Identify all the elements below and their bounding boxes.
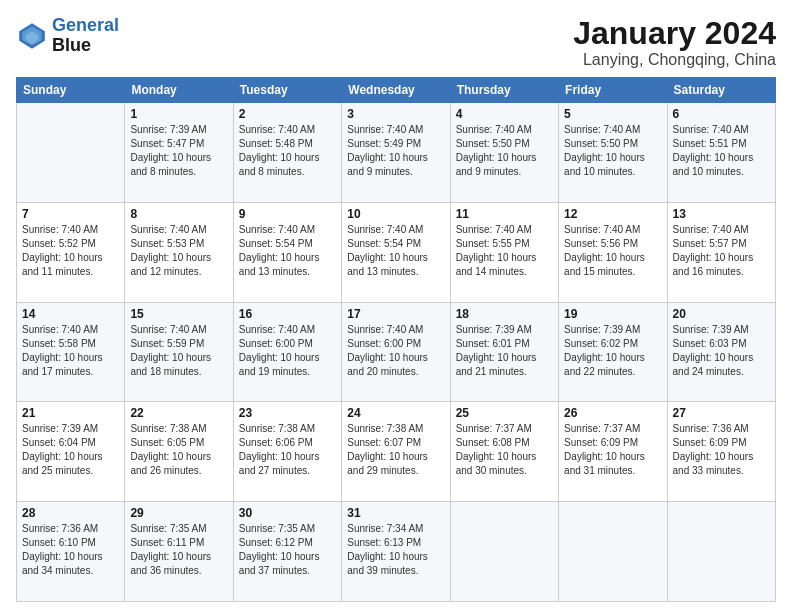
calendar-day-cell: 5Sunrise: 7:40 AMSunset: 5:50 PMDaylight… — [559, 103, 667, 203]
day-info: Sunrise: 7:34 AMSunset: 6:13 PMDaylight:… — [347, 522, 444, 578]
calendar-day-cell: 25Sunrise: 7:37 AMSunset: 6:08 PMDayligh… — [450, 402, 558, 502]
day-number: 25 — [456, 406, 553, 420]
logo-icon — [16, 20, 48, 52]
day-info: Sunrise: 7:38 AMSunset: 6:06 PMDaylight:… — [239, 422, 336, 478]
day-number: 28 — [22, 506, 119, 520]
day-info: Sunrise: 7:37 AMSunset: 6:09 PMDaylight:… — [564, 422, 661, 478]
day-info: Sunrise: 7:40 AMSunset: 6:00 PMDaylight:… — [239, 323, 336, 379]
calendar-day-cell — [559, 502, 667, 602]
day-info: Sunrise: 7:40 AMSunset: 5:54 PMDaylight:… — [239, 223, 336, 279]
day-info: Sunrise: 7:40 AMSunset: 5:57 PMDaylight:… — [673, 223, 770, 279]
day-info: Sunrise: 7:40 AMSunset: 5:49 PMDaylight:… — [347, 123, 444, 179]
calendar-day-cell: 1Sunrise: 7:39 AMSunset: 5:47 PMDaylight… — [125, 103, 233, 203]
day-number: 18 — [456, 307, 553, 321]
day-info: Sunrise: 7:40 AMSunset: 5:58 PMDaylight:… — [22, 323, 119, 379]
weekday-header-cell: Tuesday — [233, 78, 341, 103]
day-number: 2 — [239, 107, 336, 121]
calendar-day-cell: 28Sunrise: 7:36 AMSunset: 6:10 PMDayligh… — [17, 502, 125, 602]
day-info: Sunrise: 7:39 AMSunset: 6:03 PMDaylight:… — [673, 323, 770, 379]
weekday-header-cell: Wednesday — [342, 78, 450, 103]
weekday-header-cell: Sunday — [17, 78, 125, 103]
day-info: Sunrise: 7:40 AMSunset: 5:52 PMDaylight:… — [22, 223, 119, 279]
calendar-day-cell: 14Sunrise: 7:40 AMSunset: 5:58 PMDayligh… — [17, 302, 125, 402]
day-number: 10 — [347, 207, 444, 221]
calendar-day-cell: 8Sunrise: 7:40 AMSunset: 5:53 PMDaylight… — [125, 202, 233, 302]
calendar-day-cell: 26Sunrise: 7:37 AMSunset: 6:09 PMDayligh… — [559, 402, 667, 502]
calendar-week-row: 7Sunrise: 7:40 AMSunset: 5:52 PMDaylight… — [17, 202, 776, 302]
day-number: 12 — [564, 207, 661, 221]
calendar-day-cell: 9Sunrise: 7:40 AMSunset: 5:54 PMDaylight… — [233, 202, 341, 302]
day-number: 6 — [673, 107, 770, 121]
calendar-day-cell: 4Sunrise: 7:40 AMSunset: 5:50 PMDaylight… — [450, 103, 558, 203]
calendar-day-cell — [667, 502, 775, 602]
day-number: 4 — [456, 107, 553, 121]
calendar-day-cell: 10Sunrise: 7:40 AMSunset: 5:54 PMDayligh… — [342, 202, 450, 302]
calendar-week-row: 21Sunrise: 7:39 AMSunset: 6:04 PMDayligh… — [17, 402, 776, 502]
day-number: 13 — [673, 207, 770, 221]
calendar-day-cell: 20Sunrise: 7:39 AMSunset: 6:03 PMDayligh… — [667, 302, 775, 402]
day-number: 8 — [130, 207, 227, 221]
calendar-day-cell: 24Sunrise: 7:38 AMSunset: 6:07 PMDayligh… — [342, 402, 450, 502]
day-info: Sunrise: 7:40 AMSunset: 5:59 PMDaylight:… — [130, 323, 227, 379]
calendar-day-cell: 27Sunrise: 7:36 AMSunset: 6:09 PMDayligh… — [667, 402, 775, 502]
day-info: Sunrise: 7:39 AMSunset: 6:01 PMDaylight:… — [456, 323, 553, 379]
weekday-header-cell: Monday — [125, 78, 233, 103]
calendar-day-cell: 17Sunrise: 7:40 AMSunset: 6:00 PMDayligh… — [342, 302, 450, 402]
main-title: January 2024 — [573, 16, 776, 51]
day-number: 11 — [456, 207, 553, 221]
calendar-day-cell: 19Sunrise: 7:39 AMSunset: 6:02 PMDayligh… — [559, 302, 667, 402]
day-info: Sunrise: 7:35 AMSunset: 6:12 PMDaylight:… — [239, 522, 336, 578]
calendar-body: 1Sunrise: 7:39 AMSunset: 5:47 PMDaylight… — [17, 103, 776, 602]
day-info: Sunrise: 7:38 AMSunset: 6:07 PMDaylight:… — [347, 422, 444, 478]
day-number: 22 — [130, 406, 227, 420]
day-info: Sunrise: 7:36 AMSunset: 6:10 PMDaylight:… — [22, 522, 119, 578]
day-number: 9 — [239, 207, 336, 221]
weekday-header-cell: Thursday — [450, 78, 558, 103]
calendar-table: SundayMondayTuesdayWednesdayThursdayFrid… — [16, 77, 776, 602]
weekday-header-cell: Friday — [559, 78, 667, 103]
day-info: Sunrise: 7:40 AMSunset: 6:00 PMDaylight:… — [347, 323, 444, 379]
day-info: Sunrise: 7:40 AMSunset: 5:48 PMDaylight:… — [239, 123, 336, 179]
day-info: Sunrise: 7:40 AMSunset: 5:51 PMDaylight:… — [673, 123, 770, 179]
calendar-day-cell: 31Sunrise: 7:34 AMSunset: 6:13 PMDayligh… — [342, 502, 450, 602]
weekday-header-cell: Saturday — [667, 78, 775, 103]
day-info: Sunrise: 7:40 AMSunset: 5:54 PMDaylight:… — [347, 223, 444, 279]
header: General Blue January 2024 Lanying, Chong… — [16, 16, 776, 69]
calendar-day-cell: 2Sunrise: 7:40 AMSunset: 5:48 PMDaylight… — [233, 103, 341, 203]
calendar-day-cell: 18Sunrise: 7:39 AMSunset: 6:01 PMDayligh… — [450, 302, 558, 402]
calendar-day-cell: 21Sunrise: 7:39 AMSunset: 6:04 PMDayligh… — [17, 402, 125, 502]
day-info: Sunrise: 7:39 AMSunset: 5:47 PMDaylight:… — [130, 123, 227, 179]
day-number: 7 — [22, 207, 119, 221]
calendar-day-cell: 11Sunrise: 7:40 AMSunset: 5:55 PMDayligh… — [450, 202, 558, 302]
day-info: Sunrise: 7:39 AMSunset: 6:02 PMDaylight:… — [564, 323, 661, 379]
day-number: 20 — [673, 307, 770, 321]
calendar-day-cell: 3Sunrise: 7:40 AMSunset: 5:49 PMDaylight… — [342, 103, 450, 203]
day-number: 29 — [130, 506, 227, 520]
title-block: January 2024 Lanying, Chongqing, China — [573, 16, 776, 69]
weekday-header-row: SundayMondayTuesdayWednesdayThursdayFrid… — [17, 78, 776, 103]
day-number: 19 — [564, 307, 661, 321]
subtitle: Lanying, Chongqing, China — [573, 51, 776, 69]
day-info: Sunrise: 7:40 AMSunset: 5:53 PMDaylight:… — [130, 223, 227, 279]
calendar-day-cell: 12Sunrise: 7:40 AMSunset: 5:56 PMDayligh… — [559, 202, 667, 302]
day-number: 5 — [564, 107, 661, 121]
calendar-day-cell — [450, 502, 558, 602]
calendar-week-row: 14Sunrise: 7:40 AMSunset: 5:58 PMDayligh… — [17, 302, 776, 402]
day-info: Sunrise: 7:35 AMSunset: 6:11 PMDaylight:… — [130, 522, 227, 578]
day-number: 15 — [130, 307, 227, 321]
page: General Blue January 2024 Lanying, Chong… — [0, 0, 792, 612]
calendar-day-cell: 16Sunrise: 7:40 AMSunset: 6:00 PMDayligh… — [233, 302, 341, 402]
day-number: 14 — [22, 307, 119, 321]
day-number: 21 — [22, 406, 119, 420]
calendar-day-cell: 22Sunrise: 7:38 AMSunset: 6:05 PMDayligh… — [125, 402, 233, 502]
calendar-day-cell: 15Sunrise: 7:40 AMSunset: 5:59 PMDayligh… — [125, 302, 233, 402]
day-info: Sunrise: 7:40 AMSunset: 5:56 PMDaylight:… — [564, 223, 661, 279]
day-info: Sunrise: 7:38 AMSunset: 6:05 PMDaylight:… — [130, 422, 227, 478]
calendar-week-row: 28Sunrise: 7:36 AMSunset: 6:10 PMDayligh… — [17, 502, 776, 602]
day-info: Sunrise: 7:36 AMSunset: 6:09 PMDaylight:… — [673, 422, 770, 478]
day-number: 23 — [239, 406, 336, 420]
day-info: Sunrise: 7:40 AMSunset: 5:50 PMDaylight:… — [456, 123, 553, 179]
calendar-day-cell: 6Sunrise: 7:40 AMSunset: 5:51 PMDaylight… — [667, 103, 775, 203]
day-info: Sunrise: 7:40 AMSunset: 5:50 PMDaylight:… — [564, 123, 661, 179]
day-number: 17 — [347, 307, 444, 321]
